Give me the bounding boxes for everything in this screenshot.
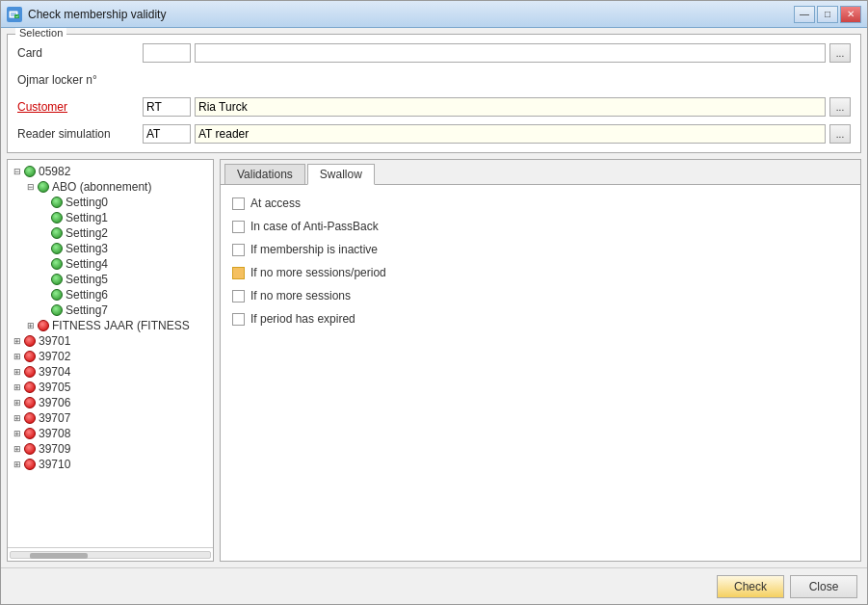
tree-label: 39706 (39, 396, 70, 409)
expand-icon[interactable]: ⊞ (12, 397, 23, 408)
tree-bullet-green (51, 243, 63, 254)
tree-label: 05982 (39, 165, 70, 178)
tree-label: 39705 (39, 381, 70, 394)
tree-bullet-red (24, 397, 36, 408)
checkbox-anti-passback[interactable] (232, 221, 245, 233)
tree-item[interactable]: ⊟ ABO (abonnement) (25, 179, 209, 195)
expand-icon[interactable]: ⊞ (12, 366, 23, 378)
tree-label: 39709 (39, 442, 70, 456)
expand-icon (39, 258, 50, 270)
tree-label: Setting0 (66, 196, 108, 209)
expand-icon[interactable]: ⊞ (12, 428, 23, 439)
tree-label: Setting1 (66, 211, 108, 224)
tree-horizontal-scrollbar[interactable] (8, 547, 213, 561)
customer-name-field[interactable] (195, 97, 826, 117)
expand-icon[interactable]: ⊞ (12, 412, 23, 424)
tree-item[interactable]: ⊞ 39701 (12, 333, 209, 349)
expand-icon (39, 274, 50, 285)
tree-label: 39708 (39, 427, 70, 440)
customer-label[interactable]: Customer (17, 100, 143, 114)
tree-content[interactable]: ⊟ 05982 ⊟ ABO (abonnement) Setting (8, 160, 213, 547)
expand-icon[interactable]: ⊞ (25, 320, 37, 331)
customer-inputs: ... (143, 97, 851, 117)
window-close-button[interactable]: ✕ (840, 6, 861, 23)
tree-item[interactable]: Setting2 (39, 225, 209, 241)
tree-item[interactable]: Setting4 (39, 256, 209, 272)
minimize-button[interactable]: — (794, 6, 815, 23)
tree-item[interactable]: Setting7 (39, 302, 209, 318)
check-label-period-expired: If period has expired (250, 312, 355, 326)
card-field-right[interactable] (195, 43, 826, 63)
check-label-at-access: At access (250, 197, 301, 210)
tree-label: 39704 (39, 365, 70, 379)
tree-bullet-red (24, 412, 36, 424)
expand-icon[interactable]: ⊟ (25, 181, 37, 193)
check-item-inactive: If membership is inactive (232, 243, 849, 256)
maximize-button[interactable]: □ (817, 6, 838, 23)
expand-icon (39, 304, 50, 316)
tree-label: 39707 (39, 411, 70, 425)
tree-bullet-green (51, 274, 63, 285)
expand-icon[interactable]: ⊞ (12, 335, 23, 347)
tree-item[interactable]: ⊞ 39710 (12, 457, 209, 472)
check-item-period-expired: If period has expired (232, 312, 849, 326)
tree-item[interactable]: Setting1 (39, 210, 209, 225)
tree-item[interactable]: ⊞ 39709 (12, 441, 209, 457)
tree-bullet-green (51, 289, 63, 301)
tree-item[interactable]: Setting6 (39, 287, 209, 302)
card-browse-button[interactable]: ... (829, 43, 851, 63)
tree-item[interactable]: ⊟ 05982 (12, 164, 209, 179)
tree-bullet-red (24, 443, 36, 455)
window-title: Check membership validity (28, 8, 794, 21)
tree-item[interactable]: ⊞ 39707 (12, 410, 209, 426)
expand-icon (39, 227, 50, 239)
check-label-inactive: If membership is inactive (250, 243, 378, 256)
selection-group: Selection Card ... Ojmar locker n° Custo… (7, 34, 861, 153)
app-icon (7, 7, 22, 22)
tree-panel: ⊟ 05982 ⊟ ABO (abonnement) Setting (7, 159, 214, 562)
check-button[interactable]: Check (717, 575, 784, 598)
tree-item[interactable]: ⊞ 39702 (12, 349, 209, 364)
expand-icon[interactable]: ⊞ (12, 351, 23, 362)
tree-item[interactable]: ⊞ 39706 (12, 395, 209, 410)
tree-item[interactable]: ⊞ 39708 (12, 426, 209, 441)
tree-label: Setting6 (66, 288, 108, 302)
tree-item[interactable]: Setting5 (39, 272, 209, 287)
expand-icon (39, 289, 50, 301)
reader-browse-button[interactable]: ... (829, 124, 851, 144)
reader-code-field[interactable] (143, 124, 191, 144)
tab-swallow[interactable]: Swallow (307, 164, 375, 185)
reader-name-field[interactable] (195, 124, 826, 144)
expand-icon[interactable]: ⊟ (12, 166, 23, 177)
tree-bullet-red (38, 320, 49, 331)
tree-item[interactable]: ⊞ 39704 (12, 364, 209, 380)
card-field-left[interactable] (143, 43, 191, 63)
expand-icon[interactable]: ⊞ (12, 443, 23, 455)
tree-label: 39701 (39, 334, 70, 348)
right-panel: Validations Swallow At access In case of… (220, 159, 861, 562)
checkbox-no-sessions-period[interactable] (232, 267, 245, 279)
expand-icon[interactable]: ⊞ (12, 459, 23, 470)
close-button[interactable]: Close (790, 575, 857, 598)
check-item-anti-passback: In case of Anti-PassBack (232, 220, 849, 233)
checkbox-at-access[interactable] (232, 197, 245, 210)
expand-icon[interactable]: ⊞ (12, 381, 23, 393)
reader-inputs: ... (143, 124, 851, 144)
tree-item[interactable]: ⊞ 39705 (12, 380, 209, 395)
card-row: Card ... (17, 42, 851, 64)
customer-browse-button[interactable]: ... (829, 97, 851, 117)
tree-item[interactable]: ⊞ FITNESS JAAR (FITNESS (25, 318, 209, 333)
tree-label: 39710 (39, 458, 70, 471)
tree-item[interactable]: Setting3 (39, 241, 209, 256)
check-item-at-access: At access (232, 197, 849, 210)
tree-item[interactable]: Setting0 (39, 195, 209, 210)
reader-row: Reader simulation ... (17, 123, 851, 145)
customer-code-field[interactable] (143, 97, 191, 117)
main-window: Check membership validity — □ ✕ Selectio… (0, 0, 868, 605)
checkbox-period-expired[interactable] (232, 313, 245, 326)
checkbox-no-sessions[interactable] (232, 290, 245, 302)
tree-label: Setting4 (66, 257, 108, 271)
checkbox-inactive[interactable] (232, 244, 245, 256)
tree-label: FITNESS JAAR (FITNESS (52, 319, 190, 332)
tab-validations[interactable]: Validations (224, 164, 305, 184)
